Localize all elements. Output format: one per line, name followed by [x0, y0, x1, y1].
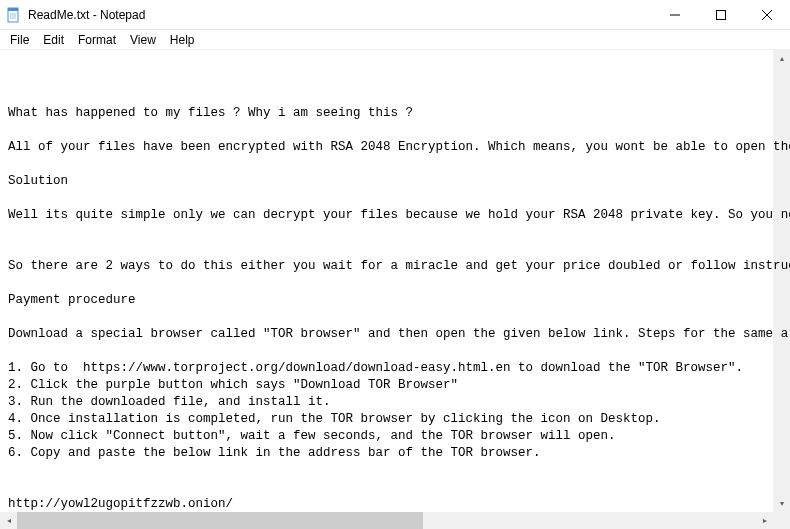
text-line: 5. Now click "Connect button", wait a fe… — [8, 428, 782, 445]
window-controls — [652, 0, 790, 29]
text-line: What has happened to my files ? Why i am… — [8, 105, 782, 122]
menu-edit[interactable]: Edit — [37, 32, 70, 48]
text-line — [8, 275, 782, 292]
text-line — [8, 309, 782, 326]
text-line — [8, 343, 782, 360]
text-line — [8, 241, 782, 258]
text-line — [8, 462, 782, 479]
text-line: Payment procedure — [8, 292, 782, 309]
text-line — [8, 224, 782, 241]
text-line: All of your files have been encrypted wi… — [8, 139, 782, 156]
svg-rect-6 — [717, 10, 726, 19]
text-line — [8, 513, 782, 529]
text-line — [8, 190, 782, 207]
text-line: Solution — [8, 173, 782, 190]
menu-view[interactable]: View — [124, 32, 162, 48]
text-line: 1. Go to https://www.torproject.org/down… — [8, 360, 782, 377]
svg-rect-1 — [8, 8, 18, 11]
menu-format[interactable]: Format — [72, 32, 122, 48]
text-line — [8, 479, 782, 496]
text-line: So there are 2 ways to do this either yo… — [8, 258, 782, 275]
text-line: 6. Copy and paste the below link in the … — [8, 445, 782, 462]
titlebar: ReadMe.txt - Notepad — [0, 0, 790, 30]
scroll-up-arrow[interactable]: ▴ — [773, 50, 790, 67]
text-line — [8, 122, 782, 139]
minimize-button[interactable] — [652, 0, 698, 29]
text-line: http://yowl2ugopitfzzwb.onion/ — [8, 496, 782, 513]
text-line: 2. Click the purple button which says "D… — [8, 377, 782, 394]
text-line: 3. Run the downloaded file, and install … — [8, 394, 782, 411]
editor-content: What has happened to my files ? Why i am… — [8, 88, 782, 529]
window-title: ReadMe.txt - Notepad — [28, 8, 145, 22]
menu-file[interactable]: File — [4, 32, 35, 48]
text-line: 4. Once installation is completed, run t… — [8, 411, 782, 428]
text-editor[interactable]: What has happened to my files ? Why i am… — [0, 50, 790, 529]
maximize-button[interactable] — [698, 0, 744, 29]
text-line — [8, 156, 782, 173]
text-line — [8, 88, 782, 105]
text-line: Well its quite simple only we can decryp… — [8, 207, 782, 224]
menubar: File Edit Format View Help — [0, 30, 790, 50]
titlebar-left: ReadMe.txt - Notepad — [6, 7, 145, 23]
notepad-icon — [6, 7, 22, 23]
menu-help[interactable]: Help — [164, 32, 201, 48]
close-button[interactable] — [744, 0, 790, 29]
text-line: Download a special browser called "TOR b… — [8, 326, 782, 343]
